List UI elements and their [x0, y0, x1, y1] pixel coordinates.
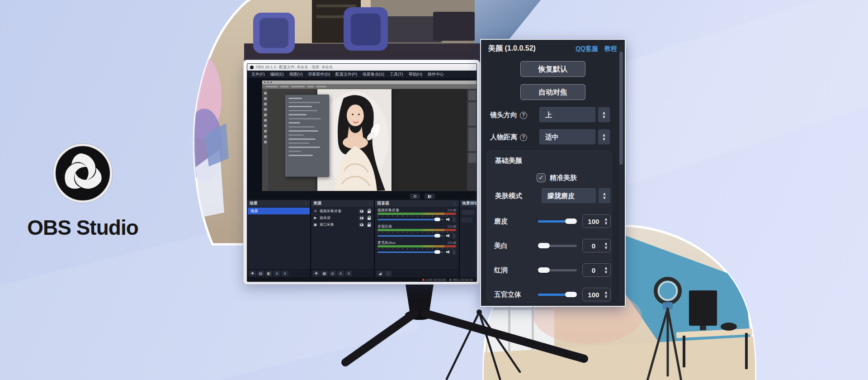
mixer-dock: 混音器 ⋮ 视频采集设备 0.0 dB: [375, 200, 459, 277]
face-sculpt-value-box[interactable]: 100 ∧∨: [582, 288, 611, 301]
skin-mode-label: 美肤模式: [495, 188, 522, 204]
precise-skin-label: 精准美肤: [550, 174, 577, 182]
dock-menu-icon[interactable]: ⋮: [453, 201, 457, 205]
page: OBS Studio OBS 29.1.3 - 配置文件: 未命名 - 场景: …: [0, 0, 868, 380]
panel-scrollbar-thumb[interactable]: [619, 52, 623, 165]
smoothing-slider[interactable]: [538, 214, 577, 229]
panel-scrollbar[interactable]: [619, 43, 623, 302]
sources-dock-header: 来源 ⋮: [311, 200, 374, 207]
slider-handle[interactable]: [565, 292, 577, 297]
menu-edit[interactable]: 编辑(E): [268, 71, 286, 77]
volume-slider-handle[interactable]: [434, 234, 440, 238]
menu-tools[interactable]: 工具(T): [387, 71, 406, 77]
qq-support-link[interactable]: QQ客服: [576, 45, 598, 53]
whitening-slider[interactable]: [538, 238, 577, 253]
channel-options-icon[interactable]: ⋮: [452, 217, 456, 223]
advanced-audio-icon[interactable]: ◢: [377, 271, 383, 276]
channel-options-icon[interactable]: ⋮: [452, 233, 456, 239]
skin-mode-select[interactable]: 朦胧磨皮: [541, 188, 596, 204]
ps-canvas: [269, 89, 467, 191]
visibility-toggle[interactable]: [359, 215, 364, 221]
rosy-value-box[interactable]: 0 ∧∨: [582, 263, 611, 277]
speaker-icon[interactable]: [446, 250, 450, 254]
lock-toggle[interactable]: [366, 215, 372, 221]
spin-down-icon[interactable]: ∨: [604, 270, 608, 274]
camera-direction-select[interactable]: 上: [539, 107, 596, 123]
scene-item-selected[interactable]: 场景: [248, 208, 310, 214]
section-title: 基础美颜: [495, 157, 522, 165]
slider-handle[interactable]: [565, 218, 577, 224]
visibility-toggle[interactable]: [359, 209, 364, 214]
live-dot-icon: [422, 279, 425, 281]
record-toggle-button[interactable]: [410, 194, 420, 199]
ps-options-bar: [262, 84, 476, 89]
move-down-icon[interactable]: ∨: [282, 271, 288, 276]
visibility-toggle[interactable]: [359, 222, 364, 228]
rec-status: REC 00:00:00: [449, 278, 473, 281]
properties-icon[interactable]: ◎: [329, 271, 336, 276]
source-row-window-capture[interactable]: ▣ 窗口采集: [311, 221, 374, 228]
layout-toggle-button[interactable]: [425, 194, 435, 199]
volume-slider-handle[interactable]: [434, 250, 440, 254]
menu-file[interactable]: 文件(F): [249, 71, 267, 77]
filter-icon[interactable]: ◧: [265, 271, 272, 276]
transition-select[interactable]: [462, 209, 475, 215]
tutorial-link[interactable]: 教程: [604, 45, 617, 53]
move-down-icon[interactable]: ∨: [345, 271, 352, 276]
sources-dock-title: 来源: [313, 200, 321, 206]
channel-options-icon[interactable]: ⋮: [452, 249, 456, 255]
volume-slider[interactable]: [377, 235, 444, 237]
slider-handle[interactable]: [538, 267, 550, 273]
volume-meter: [377, 213, 456, 215]
lock-toggle[interactable]: [366, 209, 372, 214]
menu-scene-collection[interactable]: 场景集合(S): [360, 71, 387, 77]
ps-canvas-dark-area: [392, 89, 467, 191]
menu-help[interactable]: 帮助(H): [406, 71, 425, 77]
ps-tool-strip: [262, 89, 269, 191]
precise-skin-checkbox[interactable]: ✓: [537, 173, 546, 182]
source-row-video-capture[interactable]: ⊙ 视频采集设备: [311, 208, 374, 214]
speaker-icon[interactable]: [446, 234, 450, 238]
media-icon: ▶: [313, 216, 318, 220]
add-icon[interactable]: ✚: [249, 271, 256, 276]
spin-down-icon[interactable]: ∨: [604, 294, 608, 298]
person-distance-stepper[interactable]: ∧∨: [598, 129, 610, 145]
beauty-filter-panel: 美颜 (1.0.0.52) QQ客服 教程 恢复默认 自动对焦 镜头方向? 上 …: [480, 39, 626, 307]
volume-slider[interactable]: [377, 219, 444, 220]
dock-menu-icon[interactable]: ⋮: [368, 201, 372, 205]
spin-down-icon[interactable]: ∨: [604, 246, 608, 249]
menu-view[interactable]: 视图(V): [287, 71, 305, 77]
remove-icon[interactable]: ▦: [321, 271, 328, 276]
rosy-label: 红润: [494, 262, 508, 278]
volume-slider-handle[interactable]: [434, 218, 440, 221]
remove-icon[interactable]: ▤: [257, 271, 264, 276]
add-icon[interactable]: ✚: [313, 271, 320, 276]
menu-docks[interactable]: 停靠部件(D): [306, 71, 333, 77]
skin-mode-stepper[interactable]: ∧∨: [598, 188, 611, 204]
speaker-icon[interactable]: [446, 218, 450, 222]
more-icon[interactable]: ⋮: [385, 271, 392, 276]
transition-duration-field[interactable]: [462, 218, 472, 223]
menu-profile[interactable]: 配置文件(P): [333, 71, 359, 77]
help-icon[interactable]: ?: [520, 134, 527, 141]
camera-direction-stepper[interactable]: ∧∨: [598, 107, 610, 123]
menu-plugin-center[interactable]: 插件中心: [425, 71, 446, 77]
restore-defaults-button[interactable]: 恢复默认: [520, 61, 585, 77]
source-row-media[interactable]: ▶ 媒体源: [311, 214, 374, 221]
rosy-slider[interactable]: [538, 262, 577, 278]
help-icon[interactable]: ?: [520, 112, 527, 119]
whitening-value-box[interactable]: 0 ∧∨: [582, 239, 611, 252]
person-distance-select[interactable]: 适中: [539, 129, 596, 145]
sources-list: ⊙ 视频采集设备 ▶ 媒体源 ▣ 窗: [311, 207, 374, 269]
lock-toggle[interactable]: [366, 222, 372, 228]
move-up-icon[interactable]: ∧: [337, 271, 344, 276]
smoothing-value-box[interactable]: 100 ∧∨: [582, 214, 611, 228]
dock-menu-icon[interactable]: ⋮: [304, 201, 308, 205]
slider-handle[interactable]: [538, 243, 550, 248]
auto-focus-button[interactable]: 自动对焦: [520, 84, 585, 100]
meter-ticks: [377, 215, 456, 217]
volume-slider[interactable]: [377, 252, 444, 253]
face-sculpt-slider[interactable]: [538, 287, 577, 302]
spin-down-icon[interactable]: ∨: [604, 221, 608, 225]
move-up-icon[interactable]: ∧: [274, 271, 280, 276]
